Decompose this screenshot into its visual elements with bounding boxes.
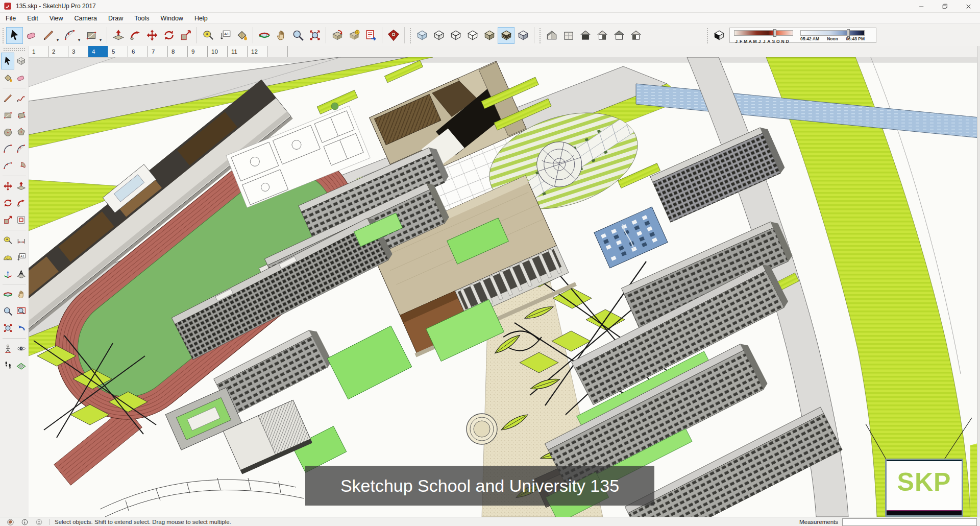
x-ray-button[interactable] <box>413 27 430 44</box>
menu-view[interactable]: View <box>44 14 69 23</box>
credits-icon[interactable] <box>21 518 29 526</box>
toolbar-grip[interactable] <box>2 27 5 43</box>
geolocation-icon[interactable] <box>7 518 14 526</box>
text-button[interactable]: A1 <box>216 27 233 44</box>
line-dropdown-caret-icon[interactable]: ▾ <box>57 38 61 44</box>
restore-button[interactable] <box>933 0 957 12</box>
eraser-tool-button[interactable] <box>14 69 28 86</box>
scene-tab-9[interactable]: 9 <box>188 46 208 57</box>
scene-tab-2[interactable]: 2 <box>48 46 68 57</box>
toolbar-grip[interactable] <box>409 27 412 43</box>
select-button[interactable] <box>6 27 23 44</box>
shadows-toggle-button[interactable] <box>710 27 727 44</box>
two-point-arc-tool-button[interactable] <box>14 140 28 157</box>
rectangle-dropdown-caret-icon[interactable]: ▾ <box>100 38 104 44</box>
tape-measure-button[interactable] <box>200 27 216 44</box>
zoom-extents-button[interactable] <box>306 27 323 44</box>
date-slider-thumb[interactable] <box>773 29 776 37</box>
hidden-line-button[interactable] <box>464 27 481 44</box>
polygon-tool-button[interactable] <box>14 124 28 140</box>
freehand-tool-button[interactable] <box>14 90 28 107</box>
monochrome-button[interactable] <box>514 27 531 44</box>
push-pull-button[interactable] <box>110 27 127 44</box>
iso-view-button[interactable] <box>543 27 560 44</box>
zoom-tool-button[interactable] <box>1 303 14 320</box>
pan-button[interactable] <box>273 27 289 44</box>
line-button[interactable] <box>40 27 57 44</box>
close-button[interactable] <box>957 0 980 12</box>
offset-tool-button[interactable] <box>14 211 28 228</box>
shadow-time-slider[interactable]: 05:42 AM Noon 06:43 PM <box>800 30 865 41</box>
back-edges-button[interactable] <box>430 27 447 44</box>
orbit-button[interactable] <box>256 27 273 44</box>
send-to-layout-button[interactable] <box>362 27 379 44</box>
make-component-tool-button[interactable] <box>14 53 28 69</box>
top-view-button[interactable] <box>560 27 577 44</box>
extension-warehouse-button[interactable] <box>385 27 402 44</box>
protractor-tool-button[interactable] <box>1 249 14 266</box>
scene-tab-8[interactable]: 8 <box>168 46 188 57</box>
rotate-button[interactable] <box>160 27 177 44</box>
scale-tool-button[interactable] <box>1 211 14 228</box>
two-point-arc-dropdown-caret-icon[interactable]: ▾ <box>78 38 83 44</box>
minimize-button[interactable] <box>910 0 933 12</box>
position-camera-tool-button[interactable] <box>1 340 14 357</box>
palette-grip[interactable] <box>3 47 26 52</box>
two-point-arc-button[interactable] <box>61 27 78 44</box>
text-tool-button[interactable]: A1 <box>14 249 28 266</box>
menu-camera[interactable]: Camera <box>69 14 103 23</box>
line-tool-button[interactable] <box>1 90 14 107</box>
rotated-rectangle-tool-button[interactable] <box>14 107 28 124</box>
back-view-button[interactable] <box>610 27 627 44</box>
pie-tool-button[interactable] <box>14 157 28 174</box>
menu-help[interactable]: Help <box>189 14 213 23</box>
share-model-button[interactable] <box>346 27 362 44</box>
orbit-tool-button[interactable] <box>1 286 14 303</box>
follow-me-button[interactable] <box>127 27 143 44</box>
look-around-tool-button[interactable] <box>14 340 28 357</box>
menu-window[interactable]: Window <box>155 14 188 23</box>
scale-button[interactable] <box>177 27 194 44</box>
select-tool-button[interactable] <box>1 53 14 69</box>
sign-in-icon[interactable] <box>35 518 43 526</box>
scene-tab-1[interactable]: 1 <box>29 46 48 57</box>
section-plane-tool-button[interactable] <box>14 357 28 374</box>
eraser-button[interactable] <box>23 27 40 44</box>
shaded-with-textures-button[interactable] <box>498 27 514 44</box>
walk-tool-button[interactable] <box>1 357 14 374</box>
rotate-tool-button[interactable] <box>1 195 14 211</box>
shaded-button[interactable] <box>481 27 498 44</box>
arc-tool-button[interactable] <box>1 140 14 157</box>
scene-tab-5[interactable]: 5 <box>108 46 128 57</box>
toolbar-grip[interactable] <box>538 27 542 43</box>
previous-tool-button[interactable] <box>14 320 28 337</box>
wireframe-button[interactable] <box>447 27 464 44</box>
move-tool-button[interactable] <box>1 178 14 195</box>
rectangle-button[interactable] <box>83 27 100 44</box>
get-models-button[interactable] <box>329 27 346 44</box>
scene-tab-6[interactable]: 6 <box>128 46 148 57</box>
toolbar-grip[interactable] <box>706 27 709 43</box>
three-point-arc-tool-button[interactable] <box>1 157 14 174</box>
left-view-button[interactable] <box>627 27 644 44</box>
scene-tab-10[interactable]: 10 <box>208 46 228 57</box>
menu-file[interactable]: File <box>0 14 21 23</box>
menu-edit[interactable]: Edit <box>21 14 44 23</box>
scene-tab-3[interactable]: 3 <box>68 46 88 57</box>
paint-bucket-tool-button[interactable] <box>1 69 14 86</box>
follow-me-tool-button[interactable] <box>14 195 28 211</box>
right-view-button[interactable] <box>594 27 610 44</box>
scene-tab-11[interactable]: 11 <box>228 46 248 57</box>
scene-tab-7[interactable]: 7 <box>148 46 168 57</box>
scene-tab-12[interactable]: 12 <box>248 46 267 57</box>
move-button[interactable] <box>143 27 160 44</box>
time-slider-thumb[interactable] <box>847 29 850 37</box>
pan-tool-button[interactable] <box>14 286 28 303</box>
front-view-button[interactable] <box>577 27 594 44</box>
model-viewport[interactable] <box>29 57 980 517</box>
time-slider-track[interactable] <box>800 30 865 36</box>
date-slider-track[interactable] <box>734 30 793 36</box>
paint-bucket-button[interactable] <box>233 27 250 44</box>
push-pull-tool-button[interactable] <box>14 178 28 195</box>
rectangle-tool-button[interactable] <box>1 107 14 124</box>
